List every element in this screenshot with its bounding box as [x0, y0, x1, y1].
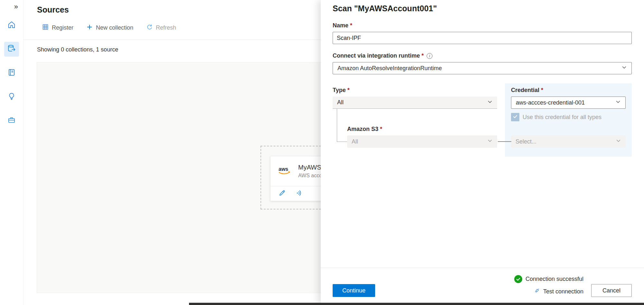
expand-nav-button[interactable]: »	[0, 0, 23, 14]
credential-value: aws-accces-credential-001	[516, 99, 585, 106]
connection-status: Connection successful	[514, 275, 583, 283]
credential-scope-placeholder: Select...	[516, 138, 536, 145]
refresh-label: Refresh	[156, 24, 176, 31]
sidebar-item-management[interactable]	[0, 109, 23, 133]
amazon-s3-dropdown[interactable]: All	[347, 135, 497, 148]
connection-status-text: Connection successful	[526, 276, 583, 282]
credential-scope-dropdown[interactable]: Select...	[511, 135, 626, 148]
test-connection-button[interactable]: Test connection	[533, 287, 583, 296]
info-icon[interactable]: i	[427, 53, 432, 59]
use-credential-checkbox[interactable]	[511, 113, 519, 121]
credential-info-box: Credential* aws-accces-credential-001 Us…	[505, 83, 632, 157]
scan-name-input[interactable]	[333, 32, 632, 44]
refresh-button[interactable]: Refresh	[146, 24, 176, 32]
lightbulb-icon	[7, 92, 16, 102]
double-chevron-right-icon: »	[14, 3, 18, 11]
briefcase-icon	[7, 116, 16, 125]
required-asterisk: *	[380, 126, 382, 133]
sources-icon	[7, 44, 16, 54]
continue-button[interactable]: Continue	[333, 284, 375, 297]
register-label: Register	[52, 24, 73, 31]
sidebar-item-sources[interactable]	[0, 37, 23, 61]
tree-connector-vertical	[337, 109, 337, 142]
sidebar-item-insights[interactable]	[0, 85, 23, 109]
chevron-down-icon	[621, 65, 627, 72]
plug-icon	[533, 287, 540, 296]
aws-logo: aws	[278, 165, 294, 177]
chevron-down-icon	[487, 138, 493, 145]
runtime-label: Connect via integration runtime* i	[333, 52, 632, 59]
success-check-icon	[514, 275, 522, 283]
amazon-s3-label: Amazon S3*	[347, 126, 497, 133]
chevron-down-icon	[615, 99, 621, 106]
register-grid-icon	[42, 24, 49, 32]
type-dropdown[interactable]: All	[333, 97, 497, 109]
refresh-icon	[146, 24, 153, 32]
register-button[interactable]: Register	[42, 24, 73, 32]
required-asterisk: *	[421, 52, 424, 59]
test-connection-label: Test connection	[543, 288, 583, 295]
cancel-button[interactable]: Cancel	[591, 284, 632, 297]
tree-connector-horizontal	[337, 142, 347, 142]
credential-label: Credential*	[511, 87, 626, 94]
type-label: Type*	[333, 87, 497, 94]
sidebar-item-catalog[interactable]	[0, 61, 23, 85]
required-asterisk: *	[541, 87, 543, 94]
new-collection-button[interactable]: New collection	[86, 24, 133, 32]
scan-panel-title: Scan "MyAWSAccount001"	[333, 4, 632, 13]
integration-runtime-dropdown[interactable]: Amazon AutoResolveIntegrationRuntime	[333, 62, 632, 74]
checkmark-icon	[513, 114, 518, 120]
type-credential-row: Type* All Amazon S3* All	[333, 83, 632, 157]
chevron-down-icon	[487, 99, 493, 106]
row-connector-dash	[498, 141, 511, 142]
taskbar-edge	[189, 303, 644, 305]
new-collection-label: New collection	[96, 24, 133, 31]
credential-dropdown[interactable]: aws-accces-credential-001	[511, 97, 626, 109]
scan-panel-footer: Continue Connection successful Test conn…	[321, 268, 644, 305]
use-credential-label: Use this credential for all types	[523, 114, 601, 121]
type-value: All	[337, 99, 344, 106]
home-icon	[7, 21, 16, 30]
scan-radar-icon	[295, 189, 302, 198]
aws-logo-text: aws	[279, 166, 288, 172]
edit-source-button[interactable]	[279, 190, 285, 198]
required-asterisk: *	[350, 22, 352, 29]
plus-icon	[86, 24, 93, 32]
sidebar-item-home[interactable]	[0, 14, 23, 37]
left-nav-rail: »	[0, 0, 24, 305]
required-asterisk: *	[347, 87, 350, 94]
chevron-down-icon	[616, 138, 621, 145]
pencil-icon	[279, 190, 285, 198]
scan-panel: Scan "MyAWSAccount001" Name* Connect via…	[321, 0, 644, 305]
catalog-icon	[7, 68, 16, 78]
integration-runtime-value: Amazon AutoResolveIntegrationRuntime	[337, 65, 442, 72]
new-scan-button[interactable]	[295, 189, 302, 198]
amazon-s3-value: All	[352, 138, 358, 145]
credential-checkbox-row: Use this credential for all types	[511, 113, 626, 121]
name-label: Name*	[333, 22, 632, 29]
